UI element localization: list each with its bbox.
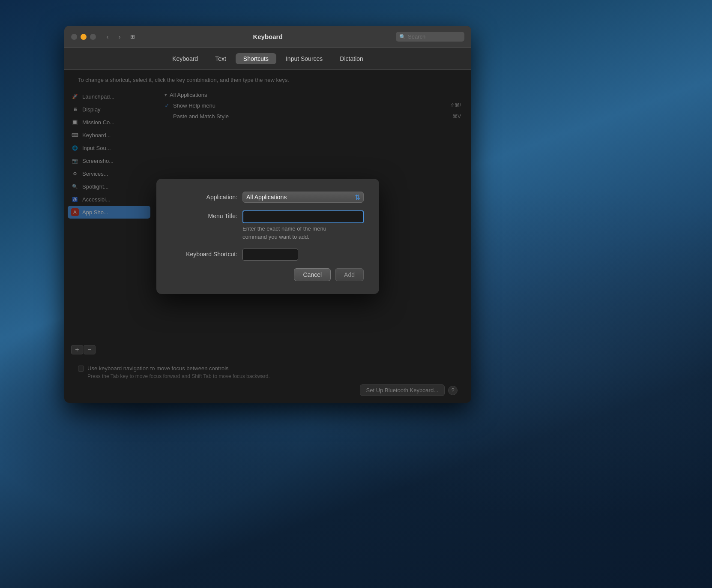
close-button[interactable] xyxy=(71,34,77,40)
tab-dictation[interactable]: Dictation xyxy=(332,53,371,64)
application-row: Application: All Applications ⇅ xyxy=(172,192,364,203)
search-container: 🔍 xyxy=(396,32,464,42)
window-title: Keyboard xyxy=(253,33,282,40)
add-button[interactable]: Add xyxy=(335,268,364,281)
keyboard-shortcut-label: Keyboard Shortcut: xyxy=(172,249,242,258)
menu-title-row: Menu Title: Enter the exact name of the … xyxy=(172,210,364,240)
cancel-button[interactable]: Cancel xyxy=(294,268,331,281)
add-shortcut-modal: Application: All Applications ⇅ Menu Tit… xyxy=(156,179,379,294)
content-area: To change a shortcut, select it, click t… xyxy=(64,70,471,403)
traffic-lights xyxy=(71,34,96,40)
minimize-button[interactable] xyxy=(81,34,87,40)
maximize-button[interactable] xyxy=(90,34,96,40)
keyboard-shortcut-input[interactable] xyxy=(242,249,298,261)
tab-keyboard[interactable]: Keyboard xyxy=(165,53,206,64)
tab-text[interactable]: Text xyxy=(207,53,234,64)
back-button[interactable]: ‹ xyxy=(103,32,112,42)
nav-buttons: ‹ › xyxy=(103,32,124,42)
modal-overlay: Application: All Applications ⇅ Menu Tit… xyxy=(64,70,471,403)
application-control: All Applications ⇅ xyxy=(242,192,364,203)
menu-title-hint: Enter the exact name of the menucommand … xyxy=(242,225,364,240)
forward-button[interactable]: › xyxy=(115,32,124,42)
modal-buttons: Cancel Add xyxy=(172,268,364,281)
keyboard-preferences-window: ‹ › ⊞ Keyboard 🔍 Keyboard Text Shortcuts… xyxy=(64,26,471,403)
keyboard-shortcut-row: Keyboard Shortcut: xyxy=(172,249,364,261)
tab-input-sources[interactable]: Input Sources xyxy=(278,53,330,64)
search-input[interactable] xyxy=(396,32,464,42)
tab-shortcuts[interactable]: Shortcuts xyxy=(236,53,276,64)
application-select[interactable]: All Applications xyxy=(242,192,364,203)
tabs-bar: Keyboard Text Shortcuts Input Sources Di… xyxy=(64,48,471,70)
application-select-wrapper: All Applications ⇅ xyxy=(242,192,364,203)
keyboard-shortcut-control xyxy=(242,249,364,261)
menu-title-label: Menu Title: xyxy=(172,210,242,219)
application-label: Application: xyxy=(172,192,242,201)
menu-title-control: Enter the exact name of the menucommand … xyxy=(242,210,364,240)
grid-view-button[interactable]: ⊞ xyxy=(128,32,137,42)
menu-title-input[interactable] xyxy=(242,210,364,223)
title-bar: ‹ › ⊞ Keyboard 🔍 xyxy=(64,26,471,48)
